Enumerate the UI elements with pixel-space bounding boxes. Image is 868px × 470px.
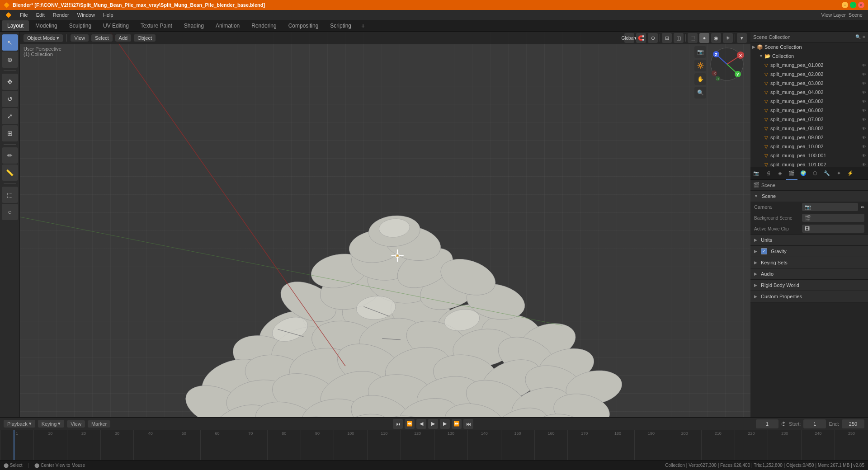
current-frame-input[interactable]: 1 (756, 419, 778, 428)
menu-edit[interactable]: Edit (33, 11, 48, 19)
jump-to-start[interactable]: ⏮ (393, 419, 403, 429)
vis-icon-8[interactable]: 👁 (862, 135, 866, 140)
camera-view-btn[interactable]: 📷 (694, 46, 706, 58)
vis-icon-0[interactable]: 👁 (862, 63, 866, 68)
props-tab-object[interactable]: ⬡ (809, 167, 821, 180)
tab-layout[interactable]: Layout (2, 20, 29, 31)
navigation-gizmo[interactable]: X Y Z -X -Y (709, 46, 745, 82)
tool-select[interactable]: ↖ (2, 34, 18, 51)
outliner-item-11[interactable]: ▽ split_mung_pea_101.002 👁 (750, 160, 868, 167)
timeline-keying-menu[interactable]: Keying ▾ (38, 420, 65, 428)
audio-section-header[interactable]: ▶ Audio (750, 268, 868, 279)
edit-camera-icon[interactable]: ✏ (861, 205, 864, 210)
vis-icon-5[interactable]: 👁 (862, 108, 866, 113)
tab-compositing[interactable]: Compositing (283, 20, 324, 31)
outliner-item-10[interactable]: ▽ split_mung_pea_100.001 👁 (750, 151, 868, 160)
title-bar-controls[interactable]: − □ × (842, 2, 864, 8)
rendered-shading[interactable]: ☀ (723, 33, 733, 43)
prev-keyframe[interactable]: ⏪ (405, 419, 415, 429)
viewport-shading-select[interactable]: Global ▾ (624, 33, 634, 43)
custom-props-header[interactable]: ▶ Custom Properties (750, 291, 868, 302)
tab-scripting[interactable]: Scripting (325, 20, 357, 31)
jump-to-end[interactable]: ⏭ (463, 419, 473, 429)
start-frame-input[interactable]: 1 (803, 419, 826, 428)
outliner-item-5[interactable]: ▽ split_mung_pea_06.002 👁 (750, 106, 868, 115)
props-tab-view-layer[interactable]: ◈ (774, 167, 786, 180)
props-tab-render[interactable]: 📷 (750, 167, 762, 180)
options-toggle[interactable]: ▾ (737, 33, 747, 43)
props-tab-particles[interactable]: ✦ (833, 167, 844, 180)
tool-add-cube[interactable]: ⬚ (2, 187, 18, 203)
tab-add-button[interactable]: + (358, 20, 368, 31)
viewport-select-menu[interactable]: Select (91, 34, 113, 42)
outliner-item-scene-collection[interactable]: ▶ 📦 Scene Collection (750, 42, 868, 52)
vis-icon-1[interactable]: 👁 (862, 72, 866, 77)
vis-icon-2[interactable]: 👁 (862, 81, 866, 86)
object-mode-dropdown[interactable]: Object Mode ▾ (24, 34, 63, 42)
wireframe-shading[interactable]: ⬚ (688, 33, 698, 43)
maximize-button[interactable]: □ (850, 2, 856, 8)
vis-icon-10[interactable]: 👁 (862, 153, 866, 158)
viewport-add-menu[interactable]: Add (115, 34, 132, 42)
proportional-edit[interactable]: ⊙ (648, 33, 658, 43)
vis-icon-7[interactable]: 👁 (862, 126, 866, 131)
bg-scene-value[interactable]: 🎬 (802, 214, 864, 222)
tab-shading[interactable]: Shading (179, 20, 209, 31)
props-tab-physics[interactable]: ⚡ (844, 167, 856, 180)
menu-file[interactable]: File (16, 11, 32, 19)
tool-scale[interactable]: ⤢ (2, 108, 18, 124)
menu-blender[interactable]: 🔶 (2, 11, 15, 19)
xray-toggle[interactable]: ◫ (674, 33, 684, 43)
gravity-section-header[interactable]: ▶ ✓ Gravity (750, 246, 868, 257)
viewport-object-menu[interactable]: Object (134, 34, 156, 42)
outliner-item-1[interactable]: ▽ split_mung_pea_02.002 👁 (750, 70, 868, 79)
snapping-toggle[interactable]: 🧲 (636, 33, 646, 43)
outliner-item-2[interactable]: ▽ split_mung_pea_03.002 👁 (750, 79, 868, 88)
outliner-filter-icon[interactable]: ≡ (863, 34, 865, 39)
outliner-item-9[interactable]: ▽ split_mung_pea_10.002 👁 (750, 142, 868, 151)
vis-icon-6[interactable]: 👁 (862, 117, 866, 122)
outliner-item-8[interactable]: ▽ split_mung_pea_09.002 👁 (750, 133, 868, 142)
pan-btn[interactable]: ✋ (694, 73, 706, 85)
outliner-item-0[interactable]: ▽ split_mung_pea_01.002 👁 (750, 61, 868, 70)
outliner-item-collection[interactable]: ▼ 📂 Collection (750, 52, 868, 61)
close-button[interactable]: × (858, 2, 864, 8)
props-tab-world[interactable]: 🌍 (797, 167, 809, 180)
timeline-playback-menu[interactable]: Playback ▾ (4, 420, 35, 428)
viewport-view-menu[interactable]: View (71, 34, 89, 42)
timeline-view-menu[interactable]: View (67, 420, 85, 428)
movie-clip-value[interactable]: 🎞 (802, 225, 864, 233)
rigid-body-world-header[interactable]: ▶ Rigid Body World (750, 280, 868, 291)
3d-viewport[interactable]: Object Mode ▾ View Select Add Object (20, 32, 750, 417)
outliner-body[interactable]: ▶ 📦 Scene Collection ▼ 📂 Collection ▽ (750, 42, 868, 167)
step-forward[interactable]: ▶ (440, 419, 450, 429)
material-shading[interactable]: ◉ (711, 33, 721, 43)
tool-annotate[interactable]: ✏ (2, 147, 18, 164)
playhead[interactable] (14, 430, 14, 460)
overlay-toggle[interactable]: ⊞ (662, 33, 672, 43)
outliner-item-4[interactable]: ▽ split_mung_pea_05.002 👁 (750, 97, 868, 106)
props-tab-modifiers[interactable]: 🔧 (821, 167, 833, 180)
scene-section-header[interactable]: ▼ Scene (750, 191, 868, 202)
timeline-marker-menu[interactable]: Marker (88, 420, 110, 428)
tab-animation[interactable]: Animation (210, 20, 245, 31)
solid-shading[interactable]: ● (699, 33, 709, 43)
outliner-search-icon[interactable]: 🔍 (855, 34, 861, 39)
tool-add-sphere[interactable]: ○ (2, 204, 18, 220)
outliner-item-6[interactable]: ▽ split_mung_pea_07.002 👁 (750, 115, 868, 124)
tool-cursor[interactable]: ⊕ (2, 52, 18, 68)
timeline-ruler[interactable]: 1 10 20 30 40 50 60 70 80 90 100 110 120… (0, 430, 868, 460)
vis-icon-4[interactable]: 👁 (862, 99, 866, 104)
outliner-item-7[interactable]: ▽ split_mung_pea_08.002 👁 (750, 124, 868, 133)
next-keyframe[interactable]: ⏩ (452, 419, 462, 429)
vis-icon-11[interactable]: 👁 (862, 162, 866, 167)
minimize-button[interactable]: − (842, 2, 848, 8)
vis-icon-3[interactable]: 👁 (862, 90, 866, 95)
menu-render[interactable]: Render (49, 11, 73, 19)
tool-transform[interactable]: ⊞ (2, 125, 18, 141)
menu-help[interactable]: Help (99, 11, 117, 19)
tab-rendering[interactable]: Rendering (246, 20, 282, 31)
tab-modeling[interactable]: Modeling (30, 20, 63, 31)
end-frame-input[interactable]: 250 (842, 419, 864, 428)
props-tab-scene[interactable]: 🎬 (786, 167, 797, 180)
